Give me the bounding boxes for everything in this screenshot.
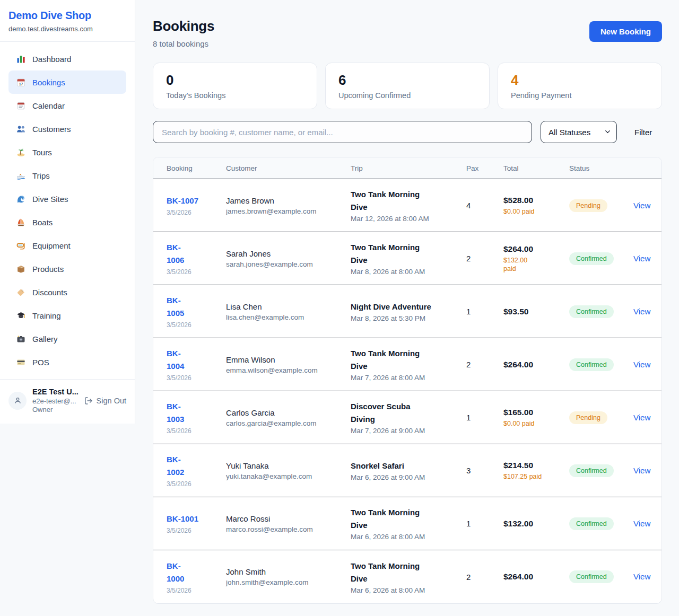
trip-name: Discover Scuba Diving xyxy=(351,400,461,426)
svg-text:17: 17 xyxy=(19,82,23,85)
search-input[interactable] xyxy=(153,121,532,143)
sidebar-item-dive-sites[interactable]: Dive Sites xyxy=(8,187,126,210)
sidebar-item-gallery[interactable]: Gallery xyxy=(8,327,126,350)
customer-email: john.smith@example.com xyxy=(226,578,351,586)
sidebar-item-label: Dashboard xyxy=(32,55,71,64)
table-row: BK- 10003/5/2026 John Smithjohn.smith@ex… xyxy=(153,550,661,603)
sidebar-item-trips[interactable]: Trips xyxy=(8,164,126,187)
dive-mask-icon xyxy=(16,241,25,250)
booking-date: 3/5/2026 xyxy=(167,209,226,216)
customer-name: Lisa Chen xyxy=(226,302,351,311)
trip-date: Mar 6, 2026 at 9:00 AM xyxy=(351,473,461,481)
pax-value: 4 xyxy=(466,201,503,210)
customer-email: carlos.garcia@example.com xyxy=(226,419,351,427)
sidebar-item-dashboard[interactable]: Dashboard xyxy=(8,47,126,71)
view-link[interactable]: View xyxy=(633,254,650,263)
people-icon xyxy=(16,125,25,134)
customer-email: lisa.chen@example.com xyxy=(226,313,351,321)
customer-name: Marco Rossi xyxy=(226,514,351,523)
trip-name: Two Tank Morning Dive xyxy=(351,241,461,267)
view-link[interactable]: View xyxy=(633,519,650,528)
table-row: BK- 10033/5/2026 Carlos Garciacarlos.gar… xyxy=(153,391,661,444)
status-badge: Confirmed xyxy=(569,252,614,265)
booking-id-link[interactable]: BK-1007 xyxy=(167,195,226,207)
sidebar-nav: Dashboard 17 Bookings Calendar Customers… xyxy=(0,42,135,379)
view-link[interactable]: View xyxy=(633,466,650,475)
view-link[interactable]: View xyxy=(633,413,650,422)
sign-out-button[interactable]: Sign Out xyxy=(84,397,126,405)
column-header-booking: Booking xyxy=(153,164,226,172)
person-icon xyxy=(13,396,22,405)
column-header-pax: Pax xyxy=(466,164,503,172)
view-link[interactable]: View xyxy=(633,572,650,581)
sidebar-item-calendar[interactable]: Calendar xyxy=(8,94,126,117)
new-booking-button[interactable]: New Booking xyxy=(589,21,662,42)
sidebar-item-pos[interactable]: POS xyxy=(8,350,126,374)
table-row: BK-10013/5/2026 Marco Rossimarco.rossi@e… xyxy=(153,497,661,550)
booking-id-link[interactable]: BK- 1004 xyxy=(167,347,226,373)
trip-date: Mar 6, 2026 at 8:00 AM xyxy=(351,586,461,594)
sidebar-item-label: Bookings xyxy=(32,78,65,87)
sidebar-item-discounts[interactable]: Discounts xyxy=(8,280,126,304)
booking-id-link[interactable]: BK- 1005 xyxy=(167,294,226,320)
customer-name: James Brown xyxy=(226,196,351,205)
status-filter-select[interactable]: All Statuses xyxy=(541,121,617,143)
sidebar-item-products[interactable]: Products xyxy=(8,257,126,280)
credit-card-icon xyxy=(16,358,25,367)
view-link[interactable]: View xyxy=(633,201,650,210)
trip-date: Mar 6, 2026 at 8:00 AM xyxy=(351,533,461,541)
sidebar-item-boats[interactable]: Boats xyxy=(8,210,126,234)
sidebar-item-label: Discounts xyxy=(32,288,67,297)
island-icon xyxy=(16,148,25,157)
sidebar-item-equipment[interactable]: Equipment xyxy=(8,234,126,257)
filter-button[interactable]: Filter xyxy=(634,128,652,137)
stats-cards: 0 Today's Bookings 6 Upcoming Confirmed … xyxy=(153,63,662,109)
speedboat-icon xyxy=(16,171,25,180)
customer-email: sarah.jones@example.com xyxy=(226,260,351,268)
paid-amount: $0.00 paid xyxy=(503,419,560,428)
sidebar-item-training[interactable]: Training xyxy=(8,304,126,327)
sidebar: Demo Dive Shop demo.test.divestreams.com… xyxy=(0,0,135,424)
tear-off-calendar-icon xyxy=(16,101,25,110)
sign-out-label: Sign Out xyxy=(97,397,126,405)
booking-id-link[interactable]: BK-1001 xyxy=(167,513,226,525)
stat-card-upcoming-confirmed: 6 Upcoming Confirmed xyxy=(325,63,490,109)
table-row: BK- 10043/5/2026 Emma Wilsonemma.wilson@… xyxy=(153,338,661,391)
view-link[interactable]: View xyxy=(633,360,650,369)
shop-domain: demo.test.divestreams.com xyxy=(8,25,125,33)
trip-name: Night Dive Adventure xyxy=(351,301,461,313)
status-badge: Confirmed xyxy=(569,570,614,583)
status-badge: Pending xyxy=(569,411,607,424)
sidebar-item-bookings[interactable]: 17 Bookings xyxy=(8,71,126,94)
sidebar-item-tours[interactable]: Tours xyxy=(8,140,126,164)
booking-id-link[interactable]: BK- 1002 xyxy=(167,453,226,479)
customer-name: Yuki Tanaka xyxy=(226,461,351,470)
booking-id-link[interactable]: BK- 1006 xyxy=(167,241,226,267)
camera-icon xyxy=(16,335,25,344)
table-row: BK- 10063/5/2026 Sarah Jonessarah.jones@… xyxy=(153,232,661,285)
booking-id-link[interactable]: BK- 1003 xyxy=(167,400,226,426)
view-link[interactable]: View xyxy=(633,307,650,316)
bookings-table: Booking Customer Trip Pax Total Status B… xyxy=(153,157,662,604)
user-block: E2E Test U... e2e-tester@... Owner xyxy=(32,388,79,413)
bar-chart-icon xyxy=(16,55,25,64)
stat-card-pending-payment: 4 Pending Payment xyxy=(498,63,662,109)
status-badge: Confirmed xyxy=(569,464,614,477)
stat-value: 6 xyxy=(338,72,476,89)
sidebar-item-customers[interactable]: Customers xyxy=(8,117,126,140)
bookings-page: Demo Dive Shop demo.test.divestreams.com… xyxy=(0,0,679,616)
column-header-status: Status xyxy=(569,164,633,172)
main-content: Bookings 8 total bookings New Booking 0 … xyxy=(135,0,679,604)
sidebar-item-label: Customers xyxy=(32,125,71,134)
booking-id-link[interactable]: BK- 1000 xyxy=(167,560,226,585)
sidebar-item-label: Tours xyxy=(32,148,52,157)
trip-date: Mar 12, 2026 at 8:00 AM xyxy=(351,215,461,223)
customer-name: Emma Wilson xyxy=(226,355,351,364)
trip-date: Mar 7, 2026 at 8:00 AM xyxy=(351,374,461,382)
stat-value: 0 xyxy=(166,72,304,89)
customer-name: Carlos Garcia xyxy=(226,408,351,417)
total-amount: $214.50 xyxy=(503,461,560,470)
pax-value: 2 xyxy=(466,254,503,263)
filter-controls: All Statuses Filter xyxy=(153,121,662,143)
table-row: BK-10073/5/2026 James Brownjames.brown@e… xyxy=(153,179,661,232)
